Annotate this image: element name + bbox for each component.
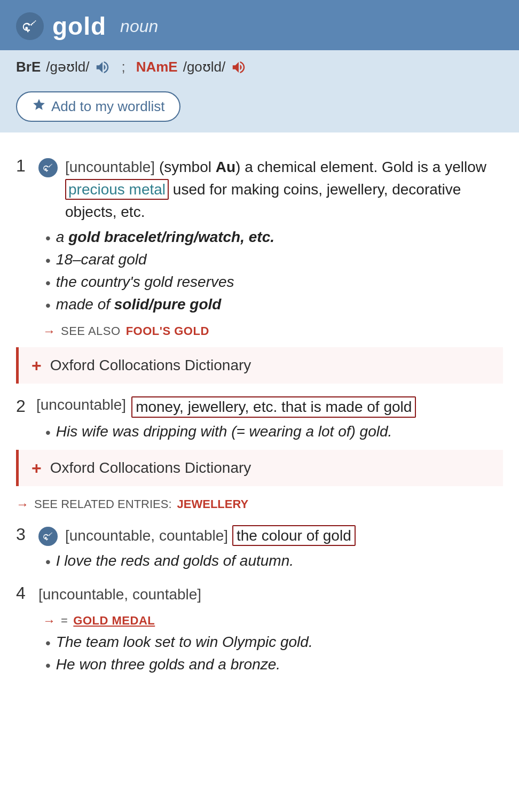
example-item: • He won three golds and a bronze. <box>45 656 503 674</box>
example-6-text: I love the reds and golds of autumn. <box>56 552 294 569</box>
main-content: 1 [uncountable] (symbol Au) a chemical e… <box>0 132 519 701</box>
plus-icon-1: + <box>32 357 42 374</box>
wordlist-bar: Add to my wordlist <box>0 84 519 132</box>
example-1-text: a gold bracelet/ring/watch, etc. <box>56 229 274 246</box>
def-number-3: 3 <box>16 525 31 544</box>
def-number-1: 1 <box>16 156 31 176</box>
headword: gold <box>52 12 106 41</box>
def4-grammar: [uncountable, countable] <box>38 586 201 603</box>
def3-examples: • I love the reds and golds of autumn. <box>45 552 503 571</box>
see-also-label: SEE ALSO <box>61 324 121 338</box>
bullet-3: • <box>45 275 51 292</box>
jewellery-link[interactable]: JEWELLERY <box>177 497 249 511</box>
name-label: NAmE <box>136 59 178 75</box>
example-item: • I love the reds and golds of autumn. <box>45 552 503 571</box>
see-related-label: SEE RELATED ENTRIES: <box>34 497 172 511</box>
bullet-7: • <box>45 635 51 652</box>
gold-medal-link[interactable]: GOLD MEDAL <box>73 614 155 628</box>
definition-1-text: [uncountable] (symbol Au) a chemical ele… <box>65 156 503 223</box>
definition-3-text: [uncountable, countable] the colour of g… <box>65 525 503 547</box>
definition-3: 3 [uncountable, countable] the colour of… <box>16 525 503 571</box>
bullet-8: • <box>45 657 51 674</box>
def4-examples: • The team look set to win Olympic gold.… <box>45 634 503 674</box>
key-icon-large <box>16 12 44 40</box>
example-item: • a gold bracelet/ring/watch, etc. <box>45 229 503 247</box>
example-2-text: 18–carat gold <box>56 251 147 268</box>
collocations-box-1[interactable]: + Oxford Collocations Dictionary <box>16 347 503 384</box>
def2-examples: • His wife was dripping with (= wearing … <box>45 423 503 441</box>
name-pron: /goʊld/ <box>183 59 226 75</box>
def-number-4: 4 <box>16 583 31 603</box>
bullet-5: • <box>45 424 51 441</box>
bullet-2: • <box>45 252 51 269</box>
example-item: • The team look set to win Olympic gold. <box>45 634 503 652</box>
definition-1: 1 [uncountable] (symbol Au) a chemical e… <box>16 156 503 384</box>
see-also-1: → SEE ALSO FOOL'S GOLD <box>43 324 503 339</box>
add-to-wordlist-button[interactable]: Add to my wordlist <box>16 91 180 122</box>
bre-pron: /gəʊld/ <box>46 59 89 75</box>
equals-ref: → = GOLD MEDAL <box>43 613 503 628</box>
fools-gold-link[interactable]: FOOL'S GOLD <box>126 324 209 338</box>
collocations-label-2: Oxford Collocations Dictionary <box>50 459 251 477</box>
definition-4-text: [uncountable, countable] <box>38 583 503 606</box>
example-4-text: made of solid/pure gold <box>56 296 222 313</box>
key-icon-3 <box>38 527 58 546</box>
see-related-entries: → SEE RELATED ENTRIES: JEWELLERY <box>16 497 503 512</box>
arrow-icon-3: → <box>43 613 56 628</box>
arrow-icon-1: → <box>43 324 56 339</box>
header-bar: gold noun <box>0 0 519 50</box>
bullet-4: • <box>45 297 51 314</box>
pos-label: noun <box>120 17 158 36</box>
example-5-text: His wife was dripping with (= wearing a … <box>56 423 392 440</box>
equals-ref-text: = <box>61 614 68 628</box>
arrow-icon-2: → <box>16 497 29 512</box>
example-item: • made of solid/pure gold <box>45 296 503 314</box>
def3-highlight: the colour of gold <box>232 525 356 546</box>
def3-grammar: [uncountable, countable] <box>65 527 228 544</box>
collocations-box-2[interactable]: + Oxford Collocations Dictionary <box>16 450 503 486</box>
key-icon-1 <box>38 158 58 177</box>
def2-grammar: [uncountable] <box>36 396 126 413</box>
wordlist-button-label: Add to my wordlist <box>51 98 164 115</box>
def1-highlight: precious metal <box>65 179 169 200</box>
def2-highlight: money, jewellery, etc. that is made of g… <box>131 396 416 418</box>
bullet-6: • <box>45 553 51 571</box>
star-icon <box>32 98 46 115</box>
plus-icon-2: + <box>32 459 42 477</box>
collocations-label-1: Oxford Collocations Dictionary <box>50 357 251 374</box>
definition-2: 2 [uncountable] money, jewellery, etc. t… <box>16 396 503 512</box>
def1-grammar: [uncountable] <box>65 159 155 175</box>
bre-speaker-button[interactable] <box>95 59 111 75</box>
definition-4: 4 [uncountable, countable] → = GOLD MEDA… <box>16 583 503 674</box>
def1-examples: • a gold bracelet/ring/watch, etc. • 18–… <box>45 229 503 314</box>
def-number-2: 2 <box>16 396 31 416</box>
def1-before: (symbol Au) a chemical element. Gold is … <box>159 159 486 175</box>
example-item: • the country's gold reserves <box>45 274 503 292</box>
name-speaker-button[interactable] <box>231 59 247 75</box>
pronunciation-bar: BrE /gəʊld/ ; NAmE /goʊld/ <box>0 50 519 84</box>
bullet-1: • <box>45 230 51 247</box>
bre-label: BrE <box>16 59 41 75</box>
example-7-text: The team look set to win Olympic gold. <box>56 634 313 651</box>
precious-metal-link[interactable]: precious metal <box>68 181 166 198</box>
example-item: • 18–carat gold <box>45 251 503 269</box>
example-3-text: the country's gold reserves <box>56 274 234 291</box>
example-item: • His wife was dripping with (= wearing … <box>45 423 503 441</box>
example-8-text: He won three golds and a bronze. <box>56 656 280 673</box>
